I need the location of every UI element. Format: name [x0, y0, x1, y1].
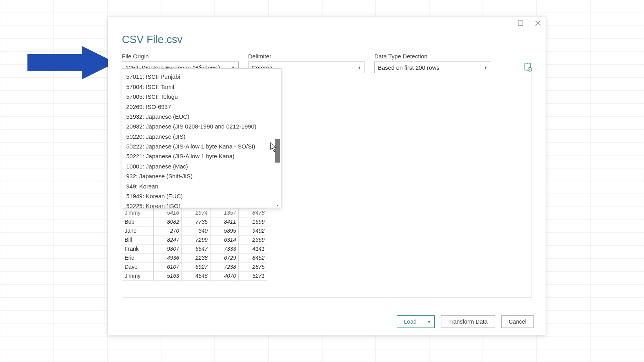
chevron-down-icon: ▼: [357, 65, 361, 70]
file-origin-dropdown[interactable]: 57007: ISCII Odia 57011: ISCII Punjabi 5…: [122, 68, 281, 208]
file-origin-option[interactable]: 20269: ISO-6937: [122, 101, 274, 111]
value-cell: 270: [153, 226, 182, 235]
value-cell: 9492: [239, 226, 267, 235]
value-cell: 9807: [153, 244, 182, 253]
callout-arrow-icon: [27, 43, 118, 82]
name-cell: Dave: [122, 262, 153, 272]
name-cell: Frank: [122, 244, 153, 253]
file-origin-option[interactable]: 949: Korean: [122, 181, 274, 191]
value-cell: 6729: [210, 253, 239, 262]
file-origin-label: File Origin: [122, 53, 239, 60]
file-origin-option[interactable]: 50222: Japanese (JIS-Allow 1 byte Kana -…: [122, 141, 274, 151]
value-cell: 5271: [239, 272, 267, 281]
svg-point-6: [530, 69, 531, 70]
value-cell: 6314: [210, 235, 239, 244]
file-origin-option[interactable]: 57004: ISCII Tamil: [122, 82, 274, 92]
name-cell: Jimmy: [122, 272, 153, 281]
table-row: Jimmy5163454640705271: [122, 272, 267, 281]
value-cell: 2238: [182, 253, 210, 262]
maximize-button[interactable]: [517, 19, 524, 27]
query-settings-button[interactable]: [524, 62, 532, 73]
name-cell: Bob: [122, 217, 153, 226]
svg-marker-0: [27, 46, 116, 79]
value-cell: 4141: [239, 244, 267, 253]
value-cell: 8082: [153, 217, 182, 226]
csv-preview-table: Jimmy5416297413578478Bob8082773584111599…: [122, 208, 267, 281]
value-cell: 5416: [153, 208, 182, 217]
value-cell: 7735: [182, 217, 210, 226]
close-button[interactable]: [534, 19, 542, 27]
file-origin-option[interactable]: 10001: Japanese (Mac): [122, 161, 274, 171]
value-cell: 7333: [210, 244, 239, 253]
file-origin-option[interactable]: 51949: Korean (EUC): [122, 191, 274, 201]
value-cell: 1599: [239, 217, 267, 226]
table-row: Dave6107692772382875: [122, 262, 267, 272]
value-cell: 1357: [210, 208, 239, 217]
value-cell: 7299: [182, 235, 210, 244]
chevron-down-icon[interactable]: ▼: [424, 320, 434, 324]
value-cell: 5895: [210, 226, 239, 235]
value-cell: 2875: [239, 262, 267, 272]
file-origin-option[interactable]: 57011: ISCII Punjabi: [122, 72, 274, 81]
value-cell: 6927: [182, 262, 210, 272]
value-cell: 8478: [239, 208, 267, 217]
value-cell: 5163: [153, 272, 182, 281]
file-origin-option[interactable]: 50220: Japanese (JIS): [122, 131, 274, 141]
table-row: Jimmy5416297413578478: [122, 208, 267, 217]
name-cell: Bill: [122, 235, 153, 244]
detection-selected: Based on first 200 rows: [378, 64, 439, 71]
value-cell: 4070: [210, 272, 239, 281]
value-cell: 8411: [210, 217, 239, 226]
detection-combo[interactable]: Based on first 200 rows ▼: [374, 62, 491, 73]
value-cell: 6547: [182, 244, 210, 253]
chevron-down-icon: ▼: [484, 65, 488, 70]
load-button[interactable]: Load ▼: [397, 315, 435, 328]
value-cell: 8452: [239, 253, 267, 262]
table-row: Bill8247729963142369: [122, 235, 267, 244]
dialog-title: CSV File.csv: [122, 34, 532, 46]
value-cell: 6107: [153, 262, 182, 272]
load-label: Load: [397, 319, 424, 325]
value-cell: 4546: [182, 272, 210, 281]
dropdown-scrollbar[interactable]: ⌄: [274, 69, 281, 208]
table-row: Eric4936223867298452: [122, 253, 267, 262]
file-origin-option[interactable]: 57007: ISCII Odia: [122, 69, 274, 72]
file-origin-option[interactable]: 57005: ISCII Telugu: [122, 92, 274, 101]
value-cell: 7238: [210, 262, 239, 272]
scroll-down-icon[interactable]: ⌄: [274, 201, 281, 208]
transform-data-button[interactable]: Transform Data: [441, 315, 495, 328]
name-cell: Jane: [122, 226, 153, 235]
file-origin-option[interactable]: 51932: Japanese (EUC): [122, 112, 274, 121]
cancel-button[interactable]: Cancel: [501, 315, 534, 328]
page-settings-icon: [524, 62, 532, 72]
svg-rect-1: [518, 21, 523, 25]
table-row: Frank9807654773334141: [122, 244, 267, 253]
file-origin-option[interactable]: 932: Japanese (Shift-JIS): [122, 171, 274, 181]
cursor-icon: [270, 142, 278, 153]
file-origin-option[interactable]: 50221: Japanese (JIS-Allow 1 byte Kana): [122, 151, 274, 161]
table-row: Bob8082773584111599: [122, 217, 267, 226]
csv-import-dialog: CSV File.csv File Origin 1252: Western E…: [108, 16, 546, 335]
name-cell: Jimmy: [122, 208, 153, 217]
value-cell: 2369: [239, 235, 267, 244]
value-cell: 4936: [153, 253, 182, 262]
value-cell: 2974: [182, 208, 210, 217]
table-row: Jane27034058959492: [122, 226, 267, 235]
file-origin-options: 57007: ISCII Odia 57011: ISCII Punjabi 5…: [122, 69, 274, 208]
maximize-icon: [518, 20, 523, 26]
name-cell: Eric: [122, 253, 153, 262]
titlebar: [108, 17, 546, 31]
value-cell: 8247: [153, 235, 182, 244]
close-icon: [535, 20, 541, 26]
detection-label: Data Type Detection: [374, 53, 491, 60]
file-origin-option[interactable]: 50225: Korean (ISO): [122, 201, 274, 208]
value-cell: 340: [182, 226, 210, 235]
file-origin-option[interactable]: 20932: Japanese (JIS 0208-1990 and 0212-…: [122, 121, 274, 131]
delimiter-label: Delimiter: [248, 53, 365, 60]
